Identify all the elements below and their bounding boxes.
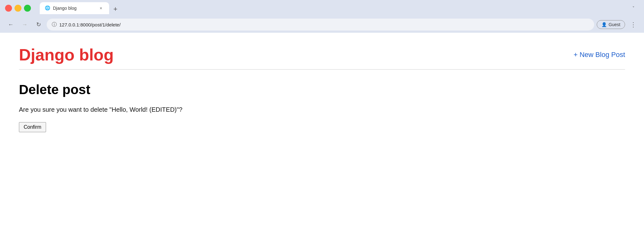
confirm-message: Are you sure you want to delete "Hello, … — [19, 106, 625, 113]
close-window-button[interactable] — [5, 5, 12, 12]
back-button[interactable]: ← — [5, 19, 16, 30]
new-post-link[interactable]: + New Blog Post — [574, 51, 625, 59]
page-content: Django blog + New Blog Post Delete post … — [0, 33, 644, 228]
browser-actions: 👤 Guest ⋮ — [597, 19, 639, 30]
site-header: Django blog + New Blog Post — [19, 45, 625, 64]
reload-button[interactable]: ↻ — [33, 19, 44, 30]
site-title: Django blog — [19, 45, 114, 64]
browser-toolbar: ← → ↻ ⓘ 👤 Guest ⋮ — [0, 16, 644, 33]
browser-chrome: 🌐 Django blog × + ˅ ← → ↻ ⓘ 👤 Guest ⋮ — [0, 0, 644, 33]
tab-bar: 🌐 Django blog × + — [35, 2, 126, 14]
window-controls — [5, 5, 31, 12]
tab-close-button[interactable]: × — [98, 5, 104, 11]
tab-title: Django blog — [53, 6, 95, 11]
address-input[interactable] — [59, 22, 589, 27]
info-icon: ⓘ — [52, 21, 57, 28]
confirm-button[interactable]: Confirm — [19, 122, 46, 132]
minimize-window-button[interactable] — [15, 5, 21, 12]
tab-favicon-icon: 🌐 — [45, 5, 50, 11]
browser-menu-button[interactable]: ⋮ — [628, 19, 639, 30]
active-tab[interactable]: 🌐 Django blog × — [40, 2, 109, 14]
new-tab-button[interactable]: + — [110, 4, 120, 14]
address-bar[interactable]: ⓘ — [47, 19, 594, 31]
browser-titlebar: 🌐 Django blog × + ˅ — [0, 0, 644, 16]
maximize-window-button[interactable] — [24, 5, 31, 12]
profile-icon: 👤 — [601, 22, 607, 27]
forward-button[interactable]: → — [19, 19, 30, 30]
delete-heading: Delete post — [19, 82, 625, 97]
guest-profile-button[interactable]: 👤 Guest — [597, 20, 625, 29]
guest-label: Guest — [609, 22, 620, 27]
browser-dropdown-button[interactable]: ˅ — [628, 3, 639, 14]
header-divider — [19, 69, 625, 70]
